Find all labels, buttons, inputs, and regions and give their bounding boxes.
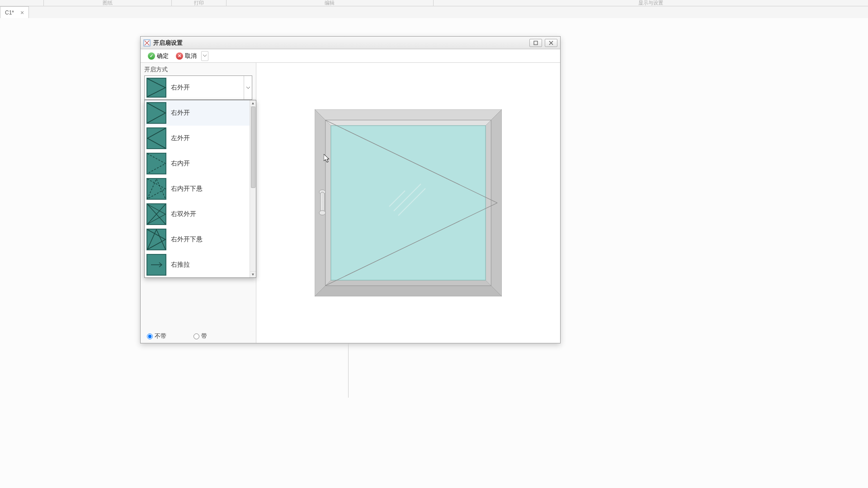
option-right-double-out[interactable]: 右双外开 [145,202,250,227]
opening-thumb-icon [146,127,166,150]
toolbar-section-edit[interactable]: 编辑 [226,0,433,6]
opening-thumb-icon [146,253,166,276]
svg-rect-8 [147,229,166,250]
options-panel: 开启方式 右外开 右外开 [141,63,256,343]
toolbar-section [0,0,44,6]
option-label: 右内开下悬 [166,185,248,193]
dialog-title-bar[interactable]: 开启扇设置 [141,37,560,49]
svg-marker-12 [491,109,502,296]
svg-rect-19 [331,126,486,280]
opening-type-dropdown: 右外开 左外开 右内开 右内开下悬 [144,100,256,278]
option-right-in[interactable]: 右内开 [145,151,250,176]
app-icon [143,39,151,47]
radio-with[interactable]: 带 [193,332,207,340]
cancel-button[interactable]: ✕ 取消 [173,51,199,61]
accessory-radio-group: 不带 带 [147,332,207,340]
svg-rect-3 [147,103,166,123]
chevron-down-icon [244,76,252,99]
preview-panel [256,63,560,343]
svg-marker-10 [315,109,502,120]
opening-thumb-icon [146,203,166,225]
button-dropdown[interactable] [201,51,208,61]
dialog-title: 开启扇设置 [153,39,529,47]
radio-input[interactable] [193,333,199,339]
option-right-slide[interactable]: 右推拉 [145,252,250,277]
svg-rect-6 [147,178,166,199]
svg-rect-4 [147,128,166,149]
app-toolbar: 图纸 打印 编辑 显示与设置 [0,0,868,6]
check-icon: ✓ [148,52,155,60]
svg-marker-17 [486,120,491,286]
svg-rect-2 [147,78,166,97]
svg-marker-15 [326,120,491,126]
window-preview [315,109,502,296]
opening-type-combo[interactable]: 右外开 [144,75,252,100]
maximize-button[interactable] [529,39,542,47]
option-label: 左外开 [166,134,248,142]
svg-marker-16 [326,120,331,286]
option-label: 右外开 [166,109,248,117]
svg-rect-26 [321,192,324,212]
workspace: 开启扇设置 ✓ 确定 ✕ 取消 开启方式 右外开 [0,18,868,488]
svg-marker-13 [315,286,502,296]
svg-rect-5 [147,153,166,174]
option-right-out-down[interactable]: 右外开下悬 [145,227,250,252]
option-label: 右双外开 [166,210,248,218]
dropdown-list: 右外开 左外开 右内开 右内开下悬 [145,100,250,277]
close-button[interactable] [545,39,557,47]
footer-divider [348,343,349,398]
scroll-up-icon[interactable]: ▲ [250,100,256,107]
option-label: 右外开下悬 [166,235,248,244]
toolbar-section-print[interactable]: 打印 [172,0,227,6]
opening-thumb-icon [146,228,166,251]
opening-thumb-icon [146,152,166,175]
radio-input[interactable] [147,333,153,339]
ok-button[interactable]: ✓ 确定 [145,51,171,61]
opening-thumb-icon [146,178,166,200]
x-icon: ✕ [176,52,183,60]
opening-type-label: 开启方式 [144,66,252,74]
opening-thumb-icon [146,78,166,98]
svg-point-27 [319,211,326,215]
scroll-thumb[interactable] [251,107,255,188]
dialog-button-row: ✓ 确定 ✕ 取消 [141,49,560,63]
radio-without[interactable]: 不带 [147,332,166,340]
option-label: 右内开 [166,160,248,168]
toolbar-section-draw[interactable]: 图纸 [44,0,171,6]
combo-selected-label: 右外开 [166,84,244,92]
option-left-out[interactable]: 左外开 [145,126,250,151]
document-tab[interactable]: C1* × [0,6,29,18]
option-right-out[interactable]: 右外开 [145,100,250,126]
toolbar-section-view[interactable]: 显示与设置 [434,0,868,6]
sash-settings-dialog: 开启扇设置 ✓ 确定 ✕ 取消 开启方式 右外开 [140,36,561,343]
dropdown-scrollbar[interactable]: ▲ ▼ [250,100,256,277]
opening-thumb-icon [146,102,166,124]
close-icon[interactable]: × [20,9,24,16]
dialog-body: 开启方式 右外开 右外开 [141,63,560,343]
document-tab-label: C1* [5,9,14,16]
document-tab-bar: C1* × [0,6,868,18]
option-right-in-down[interactable]: 右内开下悬 [145,176,250,202]
option-label: 右推拉 [166,261,248,269]
svg-marker-18 [326,280,491,286]
svg-rect-1 [534,41,538,45]
scroll-down-icon[interactable]: ▼ [250,271,256,277]
